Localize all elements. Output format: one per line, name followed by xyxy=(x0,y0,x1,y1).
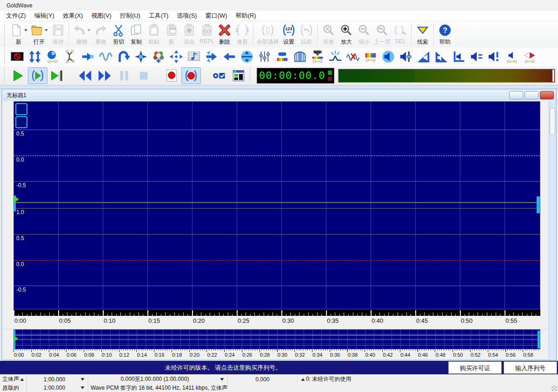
noise-gate-button[interactable] xyxy=(291,49,309,65)
selection-width-button[interactable] xyxy=(15,103,27,115)
open-folder-button[interactable]: 打开 xyxy=(29,22,49,46)
dropdown-arrow-icon[interactable] xyxy=(80,386,86,390)
spectrum-filter-button[interactable] xyxy=(362,49,379,65)
rewind-button[interactable] xyxy=(75,67,95,84)
control-properties-button[interactable] xyxy=(229,67,248,84)
waveform-area[interactable]: 0.50.0-0.5 1.00.50.0-0.5 xyxy=(13,101,540,309)
menu-item-1[interactable]: 文件(Z) xyxy=(2,10,30,21)
menu-item-7[interactable]: 选项(S) xyxy=(173,10,201,21)
volume-shaper-button[interactable] xyxy=(238,49,256,65)
set-marker-123-button[interactable]: 123•••设置 xyxy=(280,22,298,46)
new-doc-button[interactable]: 新 xyxy=(8,22,29,46)
equalizer-button[interactable] xyxy=(256,49,273,65)
minimize-button[interactable] xyxy=(494,0,515,11)
reverse-button[interactable] xyxy=(114,49,132,65)
time-ruler-labels[interactable]: 0:000:050:100:150:200:250:300:350:400:45… xyxy=(13,316,540,326)
overview-right-handle[interactable] xyxy=(538,331,540,348)
cue-drop-button[interactable]: 线索 xyxy=(414,22,432,46)
monitor-off-button[interactable] xyxy=(8,49,26,65)
maximize-volume-button[interactable] xyxy=(468,49,485,65)
dropdown-arrow-icon[interactable] xyxy=(80,378,86,381)
document-title-bar[interactable]: 无标题1 xyxy=(2,90,556,101)
toolbar-grip[interactable] xyxy=(4,24,7,46)
expression-evaluator-button[interactable] xyxy=(61,49,79,65)
flanger-button[interactable] xyxy=(97,49,114,65)
dropdown-arrow-icon[interactable] xyxy=(219,378,225,381)
license-message[interactable]: 未经许可的版本。 请点击这里购买序列号。 xyxy=(0,361,446,375)
maximize-button[interactable] xyxy=(515,0,537,11)
offset-audio-button[interactable] xyxy=(220,49,238,65)
enter-serial-button[interactable]: 输入序列号 xyxy=(504,361,557,374)
toolbar-grip[interactable] xyxy=(4,49,7,64)
vertical-scrollbar[interactable] xyxy=(549,101,556,359)
echo-button[interactable] xyxy=(79,49,97,65)
menu-item-8[interactable]: 窗口(W) xyxy=(201,10,232,21)
pitch-arrows-button[interactable] xyxy=(26,49,44,65)
position-cell[interactable]: 0.000 xyxy=(228,375,298,384)
match-volume-button[interactable] xyxy=(450,49,468,65)
doc-minimize-button[interactable] xyxy=(509,91,523,99)
scissors-button[interactable]: 剪切 xyxy=(110,22,127,46)
channel-divider[interactable] xyxy=(14,202,540,203)
dropdown-arrow-icon[interactable] xyxy=(87,28,91,32)
interpolate-noise-button[interactable] xyxy=(150,49,167,65)
doc-restore-button[interactable] xyxy=(525,91,538,99)
fade-out-button[interactable] xyxy=(432,49,450,65)
toolbar-grip[interactable] xyxy=(4,68,7,83)
monitor-check-button[interactable] xyxy=(209,67,229,84)
noise-reduction-button[interactable] xyxy=(309,49,326,65)
overview-ruler[interactable]: 0:000:020:040:060:080:100:120:140:160:18… xyxy=(13,349,540,359)
play-button[interactable] xyxy=(8,67,28,84)
loudness-button[interactable] xyxy=(485,49,503,65)
play-to-end-button[interactable] xyxy=(47,67,67,84)
menu-item-4[interactable]: 视图(V) xyxy=(87,10,115,21)
doppler-button[interactable] xyxy=(44,49,61,65)
delete-x-button[interactable]: 删除 xyxy=(216,22,233,46)
doc-close-button[interactable] xyxy=(540,91,554,99)
dropdown-arrow-icon[interactable] xyxy=(44,28,48,32)
selection-cell[interactable]: 0.000至1:00.000 (1:00.000) xyxy=(88,375,228,384)
selection-right-handle[interactable] xyxy=(537,196,540,213)
time-ruler-ticks[interactable] xyxy=(13,309,540,316)
volume-fader-button[interactable] xyxy=(397,49,415,65)
record-button[interactable] xyxy=(162,67,181,84)
resize-grip[interactable] xyxy=(551,385,557,391)
toolbar-grip[interactable] xyxy=(250,68,252,82)
license-banner[interactable]: 未经许可的版本。 请点击这里购买序列号。 购买许可证 输入序列号 xyxy=(0,361,558,375)
license-status-cell[interactable]: 0: 未经许可的使用 xyxy=(298,375,558,384)
overview-strip[interactable] xyxy=(13,329,540,349)
fade-in-button[interactable] xyxy=(415,49,432,65)
playback-volume-button[interactable] xyxy=(379,49,397,65)
time-warp-button[interactable] xyxy=(203,49,220,65)
menu-item-3[interactable]: 效果(X) xyxy=(59,10,87,21)
dropdown-arrow-icon[interactable] xyxy=(24,28,28,32)
help-question-button[interactable]: ?帮助 xyxy=(436,22,454,46)
buy-license-button[interactable]: 购买许可证 xyxy=(448,361,502,374)
play-marker-icon[interactable] xyxy=(14,196,22,203)
selection-height-button[interactable] xyxy=(15,116,27,128)
menu-item-5[interactable]: 控制(U) xyxy=(116,10,145,21)
pitch-note-button[interactable] xyxy=(185,49,203,65)
mechanize-button[interactable] xyxy=(132,49,150,65)
shape-volume-button[interactable] xyxy=(503,49,521,65)
channel-mixer-button[interactable] xyxy=(521,49,538,65)
band-filter-button[interactable] xyxy=(273,49,291,65)
copy-docs-button[interactable]: 复制 xyxy=(127,22,145,46)
scrollbar-thumb[interactable] xyxy=(550,108,555,135)
compressor-expander-button[interactable] xyxy=(167,49,185,65)
record-selection-button[interactable] xyxy=(181,67,201,84)
length-cell[interactable]: 1:00.000 xyxy=(27,375,88,384)
silence-reduction-button[interactable] xyxy=(344,49,362,65)
pop-click-removal-button[interactable] xyxy=(326,49,344,65)
close-button[interactable] xyxy=(537,0,558,11)
fast-forward-button[interactable] xyxy=(95,67,114,84)
overview-play-marker-icon[interactable] xyxy=(14,336,21,341)
length2-cell[interactable]: 1:00.000 xyxy=(27,384,88,392)
zoom-in-button[interactable]: 放大 xyxy=(338,22,355,46)
quality-cell[interactable]: 原版的 xyxy=(0,384,27,392)
menu-item-9[interactable]: 帮助(R) xyxy=(232,10,260,21)
channel-mode-cell[interactable]: 立体声 xyxy=(0,375,27,384)
menu-item-2[interactable]: 编辑(Y) xyxy=(30,10,59,21)
menu-item-6[interactable]: 工具(T) xyxy=(145,10,173,21)
play-selection-button[interactable] xyxy=(28,67,47,84)
